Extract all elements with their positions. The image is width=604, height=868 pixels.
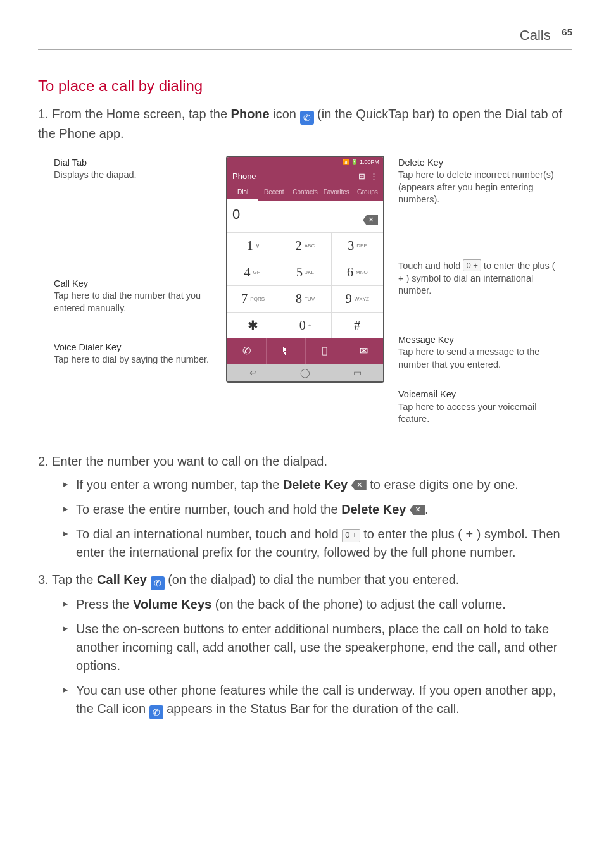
s3-bold: Call Key <box>97 573 147 586</box>
step-1-text-b: icon <box>270 107 300 121</box>
section-title: Calls <box>520 27 551 43</box>
app-title: Phone <box>232 171 256 183</box>
callouts-left: Dial Tab Displays the diapad. Call Key T… <box>54 156 218 380</box>
callout-hold-a: Touch and hold <box>398 261 463 271</box>
key-2[interactable]: 2ABC <box>279 232 331 259</box>
callout-vm-desc: Tap here to access your voicemail featur… <box>398 401 557 426</box>
key-9[interactable]: 9WXYZ <box>332 285 383 312</box>
step-2: 2. Enter the number you want to call on … <box>38 452 572 562</box>
s2b3-a: To dial an international number, touch a… <box>76 527 342 541</box>
step-3-num: 3. <box>38 573 49 586</box>
callout-delete-title: Delete Key <box>398 157 557 170</box>
step-3: 3. Tap the Call Key ✆ (on the dialpad) t… <box>38 571 572 719</box>
tab-dial[interactable]: Dial <box>227 185 258 201</box>
callout-call-key: Call Key Tap here to dial the number tha… <box>54 278 218 315</box>
key-8[interactable]: 8TUV <box>279 285 331 312</box>
dialpad: 1⚲ 2ABC 3DEF 4GHI 5JKL 6MNO 7PQRS 8TUV 9… <box>227 232 383 338</box>
key-1[interactable]: 1⚲ <box>227 232 279 259</box>
callout-dial-tab: Dial Tab Displays the diapad. <box>54 157 218 182</box>
phone-bold: Phone <box>231 107 270 121</box>
delete-key-icon[interactable] <box>363 211 378 229</box>
header-icons: ⊞ ⋮ <box>358 171 378 183</box>
step-1: 1. From the Home screen, tap the Phone i… <box>38 105 572 143</box>
key-pound[interactable]: # <box>332 312 383 338</box>
step3-bullet-3: You can use other phone features while t… <box>63 681 572 719</box>
s3-a: Tap the <box>52 573 97 586</box>
status-time: 1:00PM <box>360 159 379 165</box>
s2b2-bold: Delete Key <box>341 502 406 516</box>
s2b1-a: If you enter a wrong number, tap the <box>76 478 283 492</box>
callout-voice-desc: Tap here to dial by saying the number. <box>54 354 212 366</box>
callout-message: Message Key Tap here to send a message t… <box>392 334 557 371</box>
s3b1-b: (on the back of the phone) to adjust the… <box>211 597 506 611</box>
key-5[interactable]: 5JKL <box>279 259 331 285</box>
nav-row: ↩ ◯ ▭ <box>227 364 383 381</box>
step2-bullet-1: If you enter a wrong number, tap the Del… <box>63 476 572 494</box>
nav-recent[interactable]: ▭ <box>331 364 383 381</box>
s2b2-b: . <box>425 502 429 516</box>
step-1-num: 1. <box>38 107 49 121</box>
step-2-text: Enter the number you want to call on the… <box>52 454 327 468</box>
key-6[interactable]: 6MNO <box>332 259 383 285</box>
page-number: 65 <box>562 27 572 37</box>
call-key[interactable]: ✆ <box>227 338 267 364</box>
app-header: Phone ⊞ ⋮ <box>227 168 383 185</box>
tab-groups[interactable]: Groups <box>352 185 383 201</box>
number-display: 0 <box>227 201 383 232</box>
callout-msg-title: Message Key <box>398 334 557 347</box>
callout-hold-zero: Touch and hold 0 + to enter the plus ( +… <box>392 259 557 297</box>
s3b1-bold: Volume Keys <box>133 597 211 611</box>
step2-bullet-3: To dial an international number, touch a… <box>63 525 572 562</box>
phone-icon: ✆ <box>300 111 314 125</box>
call-key-icon: ✆ <box>151 576 165 590</box>
step3-bullet-2: Use the on-screen buttons to enter addit… <box>63 620 572 675</box>
message-key[interactable]: ✉ <box>344 338 383 364</box>
nav-home[interactable]: ◯ <box>279 364 331 381</box>
signal-icon: 📶 🔋 <box>343 159 360 165</box>
dialer-figure: Dial Tab Displays the diapad. Call Key T… <box>38 156 572 440</box>
nav-back[interactable]: ↩ <box>227 364 279 381</box>
s2b1-b: to erase digits one by one. <box>367 478 519 492</box>
zero-plus-icon: 0 + <box>342 529 360 542</box>
voicemail-key[interactable]: ⌷ <box>306 338 345 364</box>
tab-recent[interactable]: Recent <box>258 185 289 201</box>
tab-contacts[interactable]: Contacts <box>289 185 320 201</box>
dialer-tabs: Dial Recent Contacts Favorites Groups <box>227 185 383 201</box>
callout-delete: Delete Key Tap here to delete incorrect … <box>392 157 557 206</box>
callout-voice-key: Voice Dialer Key Tap here to dial by say… <box>54 342 218 366</box>
page-header: Calls 65 <box>38 25 572 50</box>
status-bar: 📶 🔋 1:00PM <box>227 157 383 168</box>
backspace-icon-2 <box>410 505 425 515</box>
callout-call-key-desc: Tap here to dial the number that you ent… <box>54 290 212 314</box>
heading-place-call: To place a call by dialing <box>38 75 572 97</box>
tab-favorites[interactable]: Favorites <box>321 185 352 201</box>
backspace-icon <box>351 480 367 490</box>
s3b2: Use the on-screen buttons to enter addit… <box>76 622 558 673</box>
step2-bullet-2: To erase the entire number, touch and ho… <box>63 500 572 519</box>
callout-dial-tab-desc: Displays the diapad. <box>54 169 212 182</box>
key-7[interactable]: 7PQRS <box>227 285 279 312</box>
display-zero: 0 <box>232 204 240 225</box>
callout-call-key-title: Call Key <box>54 278 212 290</box>
step3-bullet-1: Press the Volume Keys (on the back of th… <box>63 595 572 614</box>
zero-plus-key-icon: 0 + <box>463 259 481 272</box>
s3b1-a: Press the <box>76 597 133 611</box>
key-3[interactable]: 3DEF <box>332 232 383 259</box>
s2b2-a: To erase the entire number, touch and ho… <box>76 502 341 516</box>
voice-dialer-key[interactable]: 🎙 <box>267 338 306 364</box>
key-4[interactable]: 4GHI <box>227 259 279 285</box>
callout-dial-tab-title: Dial Tab <box>54 157 212 170</box>
action-row: ✆ 🎙 ⌷ ✉ <box>227 338 383 364</box>
key-star[interactable]: ✱ <box>227 312 279 338</box>
key-0[interactable]: 0+ <box>279 312 331 338</box>
callout-voicemail: Voicemail Key Tap here to access your vo… <box>392 388 557 426</box>
step-2-num: 2. <box>38 454 49 468</box>
callout-vm-title: Voicemail Key <box>398 388 557 401</box>
s3b3-b: appears in the Status Bar for the durati… <box>163 702 460 716</box>
callout-delete-desc: Tap here to delete incorrect number(s) (… <box>398 169 557 206</box>
callout-msg-desc: Tap here to send a message to the number… <box>398 346 557 371</box>
call-status-icon: ✆ <box>149 705 163 719</box>
step-1-text-a: From the Home screen, tap the <box>52 107 230 121</box>
s2b1-bold: Delete Key <box>283 478 348 492</box>
s3-b: (on the dialpad) to dial the number that… <box>168 573 459 586</box>
